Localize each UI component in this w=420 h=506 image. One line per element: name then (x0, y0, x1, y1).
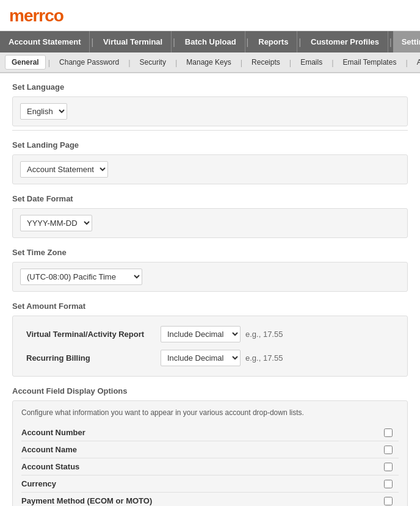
set-amount-format-box: Virtual Terminal/Activity ReportInclude … (12, 316, 408, 377)
nav-item-account-statement[interactable]: Account Statement (0, 31, 90, 52)
nav-item-settings[interactable]: Settings (393, 31, 420, 52)
field-label-3: Currency (21, 479, 384, 488)
time-zone-select[interactable]: (UTC-08:00) Pacific Time(UTC-07:00) Moun… (20, 269, 142, 285)
sub-nav-item-emails[interactable]: Emails (294, 55, 329, 70)
amount-row-select-cell-0: Include DecimalExclude Decimale.g., 17.5… (154, 322, 400, 346)
amount-row-0: Virtual Terminal/Activity ReportInclude … (20, 322, 400, 346)
set-time-zone-label: Set Time Zone (12, 248, 408, 257)
header: merrco (0, 0, 420, 31)
sub-nav-separator: | (174, 58, 178, 67)
amount-format-table: Virtual Terminal/Activity ReportInclude … (20, 322, 400, 370)
account-field-display-box: Configure what information you want to a… (12, 400, 408, 506)
account-field-display-label: Account Field Display Options (12, 386, 408, 396)
nav-item-batch-upload[interactable]: Batch Upload (176, 31, 245, 52)
sub-nav-item-api-key[interactable]: API Key (410, 55, 420, 70)
field-checkbox-3[interactable] (384, 480, 393, 488)
sub-nav-item-receipts[interactable]: Receipts (245, 55, 287, 70)
field-row-1: Account Name (21, 441, 399, 458)
field-label-2: Account Status (21, 462, 384, 471)
nav-item-reports[interactable]: Reports (250, 31, 297, 52)
amount-example-1: e.g., 17.55 (245, 353, 283, 363)
nav-item-customer-profiles[interactable]: Customer Profiles (302, 31, 388, 52)
language-select[interactable]: EnglishFrench (20, 103, 67, 120)
field-row-2: Account Status (21, 458, 399, 475)
sub-nav-separator: | (127, 58, 131, 67)
set-time-zone-box: (UTC-08:00) Pacific Time(UTC-07:00) Moun… (12, 262, 408, 292)
field-checkbox-2[interactable] (384, 463, 393, 471)
field-checkbox-1[interactable] (384, 446, 393, 454)
set-language-box: EnglishFrench (12, 96, 408, 126)
amount-format-select-0[interactable]: Include DecimalExclude Decimal (161, 326, 241, 342)
amount-example-0: e.g., 17.55 (245, 330, 283, 339)
content: Set Language EnglishFrench Set Landing P… (0, 73, 420, 506)
sub-nav-item-manage-keys[interactable]: Manage Keys (179, 55, 237, 70)
sub-nav-item-security[interactable]: Security (133, 55, 173, 70)
divider-1 (12, 130, 408, 131)
nav-item-virtual-terminal[interactable]: Virtual Terminal (95, 31, 172, 52)
sub-nav-separator: | (330, 58, 335, 67)
field-label-1: Account Name (21, 445, 384, 454)
field-checkbox-0[interactable] (384, 428, 393, 437)
nav-separator: | (245, 37, 250, 47)
landing-page-select[interactable]: Account StatementVirtual TerminalBatch U… (20, 161, 108, 178)
sub-nav-separator: | (404, 58, 408, 67)
main-nav: Account Statement|Virtual Terminal|Batch… (0, 31, 420, 52)
field-checkbox-4[interactable] (384, 497, 393, 505)
sub-nav: General|Change Password|Security|Manage … (0, 52, 420, 73)
amount-row-1: Recurring BillingInclude DecimalExclude … (20, 346, 400, 370)
sub-nav-item-email-templates[interactable]: Email Templates (336, 55, 404, 70)
logo: merrco (9, 6, 411, 26)
amount-row-select-cell-1: Include DecimalExclude Decimale.g., 17.5… (154, 346, 400, 370)
field-row-0: Account Number (21, 424, 399, 441)
field-label-4: Payment Method (ECOM or MOTO) (21, 496, 384, 505)
sub-nav-separator: | (239, 58, 244, 67)
amount-row-label-0: Virtual Terminal/Activity Report (20, 322, 154, 346)
field-label-0: Account Number (21, 428, 384, 437)
set-landing-page-label: Set Landing Page (12, 140, 408, 150)
sub-nav-separator: | (47, 58, 51, 67)
set-amount-format-label: Set Amount Format (12, 302, 408, 311)
field-row-4: Payment Method (ECOM or MOTO) (21, 492, 399, 506)
field-row-3: Currency (21, 475, 399, 492)
set-date-format-label: Set Date Format (12, 194, 408, 203)
nav-separator: | (297, 37, 302, 47)
sub-nav-item-change-password[interactable]: Change Password (52, 55, 126, 70)
date-format-select[interactable]: YYYY-MM-DDMM-DD-YYYYDD-MM-YYYY (20, 215, 92, 231)
sub-nav-item-general[interactable]: General (5, 55, 46, 70)
sub-nav-separator: | (288, 58, 292, 67)
nav-separator: | (172, 37, 176, 47)
nav-separator: | (388, 37, 393, 47)
amount-row-label-1: Recurring Billing (20, 346, 154, 370)
nav-separator: | (90, 37, 95, 47)
set-landing-page-box: Account StatementVirtual TerminalBatch U… (12, 154, 408, 184)
amount-format-select-1[interactable]: Include DecimalExclude Decimal (161, 350, 241, 366)
set-date-format-box: YYYY-MM-DDMM-DD-YYYYDD-MM-YYYY (12, 208, 408, 238)
set-language-label: Set Language (12, 82, 408, 92)
account-field-desc: Configure what information you want to a… (21, 408, 399, 417)
